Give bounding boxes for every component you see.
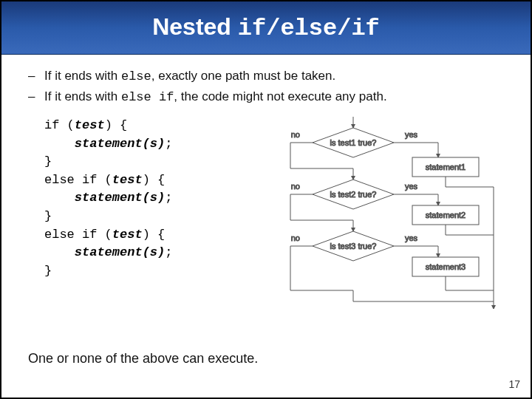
title-mono: if/else/if	[238, 15, 380, 42]
c7c: ) {	[143, 228, 166, 242]
c9: }	[44, 264, 52, 278]
c2a	[44, 137, 75, 151]
title-bar: Nested if/else/if	[1, 1, 531, 55]
c4a: else if (	[44, 173, 112, 187]
c3: }	[44, 154, 52, 168]
c5a	[44, 191, 75, 205]
d-yes3: yes	[405, 233, 418, 242]
page-number: 17	[508, 378, 520, 390]
bullet-2-mono: else if	[121, 90, 174, 104]
c1a: if (	[44, 118, 75, 132]
bullet-2: If it ends with else if, the code might …	[28, 89, 504, 106]
slide: Nested if/else/if If it ends with else, …	[0, 0, 532, 399]
bullet-1-t2: , exactly one path must be taken.	[151, 69, 335, 83]
d-test2: is test2 true?	[330, 190, 377, 199]
d-stmt1: statement1	[426, 163, 466, 171]
bullet-2-t1: If it ends with	[44, 89, 121, 103]
bullet-2-t2: , the code might not execute any path.	[174, 89, 386, 103]
c8b: statement(s)	[75, 245, 165, 259]
d-stmt3: statement3	[426, 262, 466, 271]
c1c: ) {	[105, 118, 128, 132]
footer-note: One or none of the above can execute.	[28, 351, 258, 366]
flowchart-svg: is test1 true? no yes statement1	[257, 117, 508, 309]
c4b: test	[112, 173, 143, 187]
c7b: test	[112, 228, 143, 242]
c7a: else if (	[44, 228, 112, 242]
c8a	[44, 245, 75, 259]
c2b: statement(s)	[75, 137, 165, 151]
slide-title: Nested if/else/if	[152, 13, 380, 42]
bullet-1-mono: else	[121, 69, 151, 83]
d-no3: no	[291, 233, 300, 242]
c5c: ;	[165, 191, 172, 205]
c5b: statement(s)	[75, 191, 165, 205]
d-stmt2: statement2	[426, 211, 466, 219]
c4c: ) {	[143, 173, 166, 187]
flowchart: is test1 true? no yes statement1	[257, 117, 504, 281]
d-yes1: yes	[405, 130, 418, 139]
bullet-1-t1: If it ends with	[44, 69, 121, 83]
slide-body: If it ends with else, exactly one path m…	[1, 55, 531, 281]
title-text: Nested	[152, 13, 238, 40]
bullet-1: If it ends with else, exactly one path m…	[28, 68, 504, 86]
d-yes2: yes	[405, 182, 418, 191]
c6: }	[44, 209, 52, 223]
c1b: test	[75, 118, 105, 132]
content-row: if (test) { statement(s); } else if (tes…	[28, 117, 504, 281]
d-test3: is test3 true?	[330, 242, 377, 250]
d-no1: no	[291, 130, 300, 139]
code-block: if (test) { statement(s); } else if (tes…	[44, 117, 257, 281]
c2c: ;	[165, 137, 172, 151]
c8c: ;	[165, 245, 172, 259]
d-no2: no	[291, 182, 300, 191]
code-column: if (test) { statement(s); } else if (tes…	[28, 117, 257, 281]
d-test1: is test1 true?	[330, 138, 377, 147]
